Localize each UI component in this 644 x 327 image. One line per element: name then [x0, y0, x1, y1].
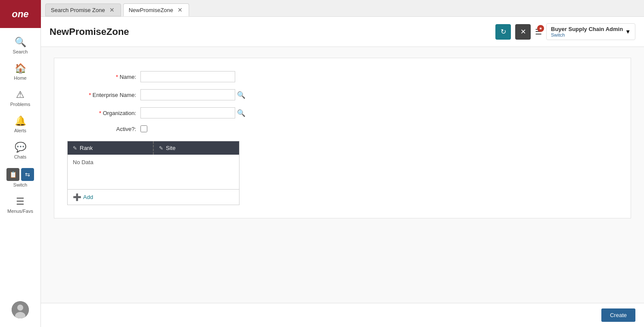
main-area: Search Promise Zone ✕ NewPromiseZone ✕ N… [41, 0, 644, 327]
enterprise-field[interactable] [140, 89, 235, 100]
switch-icon-1[interactable]: 📋 [6, 168, 19, 181]
active-label: Active?: [67, 126, 136, 132]
sidebar-item-switch[interactable]: 📋 ⇆ Switch [0, 164, 40, 192]
name-field[interactable] [140, 71, 235, 82]
site-column-header[interactable]: ✎ Site [154, 141, 239, 155]
sidebar-switch-label: Switch [13, 182, 27, 187]
content-header: NewPromiseZone ↻ ✕ ☰ ★ Buyer Supply Chai… [41, 17, 644, 47]
tab-search-close[interactable]: ✕ [109, 6, 115, 13]
close-button[interactable]: ✕ [515, 24, 531, 40]
sidebar-item-home[interactable]: 🏠 Home [0, 59, 40, 85]
site-edit-icon: ✎ [159, 145, 163, 151]
active-checkbox[interactable] [140, 125, 147, 132]
sidebar-bottom [9, 297, 31, 327]
app-logo[interactable]: one [0, 0, 41, 28]
tab-search-label: Search Promise Zone [51, 7, 105, 13]
rank-column-header[interactable]: ✎ Rank [68, 141, 154, 155]
organization-search-button[interactable]: 🔍 [237, 109, 246, 117]
tab-new-close[interactable]: ✕ [177, 6, 184, 13]
search-icon: 🔍 [15, 37, 26, 48]
menu-button-wrapper: ☰ ★ [535, 27, 542, 37]
organization-field[interactable] [140, 107, 235, 118]
sidebar-item-chats[interactable]: 💬 Chats [0, 137, 40, 164]
name-row: Name: [67, 71, 618, 82]
form-content: Name: Enterprise Name: 🔍 Organization: 🔍 [41, 47, 644, 303]
enterprise-label: Enterprise Name: [67, 92, 136, 98]
svg-point-1 [17, 305, 23, 311]
tab-bar: Search Promise Zone ✕ NewPromiseZone ✕ [41, 0, 644, 17]
rank-edit-icon: ✎ [73, 145, 77, 151]
rank-label: Rank [80, 145, 93, 151]
switch-icons: 📋 ⇆ [6, 168, 34, 181]
organization-label: Organization: [67, 110, 136, 116]
sidebar-item-alerts[interactable]: 🔔 Alerts [0, 111, 40, 137]
add-label: Add [83, 194, 93, 200]
grid-body: No Data [68, 155, 239, 189]
header-actions: ↻ ✕ ☰ ★ Buyer Supply Chain Admin Switch … [495, 23, 635, 40]
page-title: NewPromiseZone [50, 26, 489, 37]
refresh-button[interactable]: ↻ [495, 24, 511, 40]
tab-search[interactable]: Search Promise Zone ✕ [45, 3, 121, 16]
chevron-down-icon: ▼ [625, 28, 631, 35]
content-area: NewPromiseZone ↻ ✕ ☰ ★ Buyer Supply Chai… [41, 17, 644, 327]
user-info: Buyer Supply Chain Admin Switch [551, 26, 623, 37]
sidebar-home-label: Home [14, 75, 26, 81]
tab-new-promise-zone[interactable]: NewPromiseZone ✕ [123, 3, 189, 16]
switch-icon-2[interactable]: ⇆ [21, 168, 34, 181]
home-icon: 🏠 [15, 63, 26, 74]
enterprise-row: Enterprise Name: 🔍 [67, 89, 618, 100]
enterprise-search-button[interactable]: 🔍 [237, 91, 246, 99]
name-label: Name: [67, 74, 136, 80]
organization-row: Organization: 🔍 [67, 107, 618, 118]
active-row: Active?: [67, 125, 618, 132]
sidebar-problems-label: Problems [10, 102, 30, 107]
bell-icon: 🔔 [15, 115, 26, 127]
user-name: Buyer Supply Chain Admin [551, 26, 623, 32]
grid-header: ✎ Rank ✎ Site [68, 141, 239, 155]
sidebar-item-search[interactable]: 🔍 Search [0, 32, 40, 59]
sidebar: one 🔍 Search 🏠 Home ⚠ Problems 🔔 Alerts … [0, 0, 41, 327]
sidebar-menus-label: Menus/Favs [7, 209, 33, 214]
no-data-text: No Data [68, 155, 239, 170]
grid-footer: ➕ Add [68, 189, 239, 205]
bottom-bar: Create [41, 303, 644, 327]
menus-icon: ☰ [16, 196, 25, 207]
sidebar-chats-label: Chats [14, 154, 27, 159]
sidebar-nav: 🔍 Search 🏠 Home ⚠ Problems 🔔 Alerts 💬 Ch… [0, 28, 40, 297]
sidebar-search-label: Search [13, 49, 28, 54]
site-grid: ✎ Rank ✎ Site No Data ➕ [67, 141, 240, 205]
user-sub: Switch [551, 32, 623, 37]
user-dropdown[interactable]: Buyer Supply Chain Admin Switch ▼ [546, 23, 635, 40]
logo-text: one [12, 9, 28, 20]
create-button[interactable]: Create [601, 308, 635, 322]
add-plus-icon: ➕ [73, 193, 81, 201]
sidebar-item-problems[interactable]: ⚠ Problems [0, 85, 40, 111]
chat-icon: 💬 [15, 142, 26, 153]
avatar[interactable] [12, 301, 29, 318]
site-label: Site [166, 145, 175, 151]
tab-new-label: NewPromiseZone [129, 7, 173, 13]
add-button[interactable]: ➕ Add [73, 193, 93, 201]
sidebar-alerts-label: Alerts [14, 128, 26, 133]
sidebar-item-menus[interactable]: ☰ Menus/Favs [0, 192, 40, 218]
star-badge: ★ [537, 25, 544, 32]
form-section: Name: Enterprise Name: 🔍 Organization: 🔍 [54, 58, 631, 218]
warning-icon: ⚠ [16, 89, 25, 100]
